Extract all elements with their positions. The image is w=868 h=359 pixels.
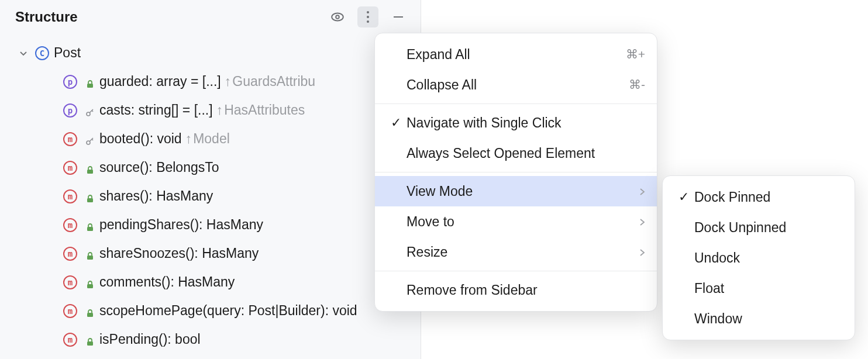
menu-always-select-opened[interactable]: Always Select Opened Element xyxy=(375,138,657,168)
tree-member-row[interactable]: m source(): BelongsTo xyxy=(0,153,421,182)
menu-label: Collapse All xyxy=(407,77,619,93)
menu-label: Dock Pinned xyxy=(694,189,843,205)
options-icon[interactable] xyxy=(357,6,378,27)
tree-member-row[interactable]: p guarded: array = [...] ↑GuardsAttribu xyxy=(0,67,421,96)
show-toolbar-icon[interactable] xyxy=(327,6,348,27)
svg-rect-14 xyxy=(87,198,93,202)
tree-member-row[interactable]: m shares(): HasMany xyxy=(0,182,421,210)
method-icon: m xyxy=(63,218,77,232)
svg-line-12 xyxy=(92,139,93,140)
member-label: isPending(): bool xyxy=(99,332,201,347)
method-icon: m xyxy=(63,304,77,318)
key-icon xyxy=(85,134,95,144)
property-icon: p xyxy=(63,75,77,89)
menu-separator xyxy=(375,103,657,104)
menu-collapse-all[interactable]: Collapse All ⌘- xyxy=(375,70,657,100)
svg-rect-19 xyxy=(87,341,93,346)
class-icon: C xyxy=(35,46,49,60)
header-icon-group xyxy=(327,6,409,27)
inherit-label: ↑HasAttributes xyxy=(216,102,305,118)
view-mode-submenu: ✓ Dock Pinned Dock Unpinned Undock Float… xyxy=(662,175,855,340)
panel-title: Structure xyxy=(15,9,327,25)
menu-expand-all[interactable]: Expand All ⌘+ xyxy=(375,39,657,70)
chevron-down-icon[interactable] xyxy=(18,49,29,57)
lock-icon xyxy=(85,278,95,287)
options-menu: Expand All ⌘+ Collapse All ⌘- ✓ Navigate… xyxy=(374,33,657,312)
member-label: guarded: array = [...] xyxy=(99,74,221,89)
submenu-undock[interactable]: Undock xyxy=(663,243,855,273)
inherit-label: ↑Model xyxy=(185,131,230,147)
menu-remove-from-sidebar[interactable]: Remove from Sidebar xyxy=(375,275,657,305)
svg-point-4 xyxy=(367,20,369,23)
member-label: casts: string[] = [...] xyxy=(99,102,213,118)
inherit-label: ↑GuardsAttribu xyxy=(225,74,315,89)
method-icon: m xyxy=(63,333,77,347)
lock-icon xyxy=(85,163,95,172)
menu-label: Resize xyxy=(407,244,633,260)
member-label: scopeHomePage(query: Post|Builder): void xyxy=(99,303,357,319)
svg-point-3 xyxy=(367,16,369,18)
member-label: shares(): HasMany xyxy=(99,188,213,204)
method-icon: m xyxy=(63,161,77,175)
member-label: source(): BelongsTo xyxy=(99,160,219,175)
menu-label: Remove from Sidebar xyxy=(407,282,645,298)
lock-icon xyxy=(85,77,95,87)
method-icon: m xyxy=(63,247,77,261)
lock-icon xyxy=(85,335,95,344)
svg-point-0 xyxy=(332,13,343,21)
submenu-float[interactable]: Float xyxy=(663,273,855,303)
menu-label: Always Select Opened Element xyxy=(407,146,645,161)
menu-separator xyxy=(375,172,657,172)
tree-root-row[interactable]: C Post xyxy=(0,39,421,67)
submenu-dock-pinned[interactable]: ✓ Dock Pinned xyxy=(663,182,855,212)
menu-view-mode[interactable]: View Mode xyxy=(375,176,657,206)
key-icon xyxy=(85,106,95,115)
menu-label: Window xyxy=(694,311,843,327)
structure-tree: C Post p guarded: array = [...] ↑GuardsA… xyxy=(0,34,421,354)
chevron-right-icon xyxy=(639,184,645,199)
tree-member-row[interactable]: p casts: string[] = [...] ↑HasAttributes xyxy=(0,96,421,125)
method-icon: m xyxy=(63,132,77,146)
member-label: comments(): HasMany xyxy=(99,274,235,290)
lock-icon xyxy=(85,249,95,258)
tree-root-label: Post xyxy=(54,45,81,61)
submenu-window[interactable]: Window xyxy=(663,303,855,334)
svg-rect-13 xyxy=(87,170,93,174)
chevron-right-icon xyxy=(639,244,645,260)
submenu-dock-unpinned[interactable]: Dock Unpinned xyxy=(663,212,855,243)
tree-member-row[interactable]: m pendingShares(): HasMany xyxy=(0,210,421,239)
lock-icon xyxy=(85,192,95,201)
lock-icon xyxy=(85,306,95,316)
menu-label: Navigate with Single Click xyxy=(407,115,645,131)
menu-resize[interactable]: Resize xyxy=(375,237,657,267)
tree-member-row[interactable]: m scopeHomePage(query: Post|Builder): vo… xyxy=(0,296,421,325)
shortcut-label: ⌘- xyxy=(629,78,645,92)
menu-label: View Mode xyxy=(407,184,633,199)
method-icon: m xyxy=(63,275,77,289)
tree-member-row[interactable]: m shareSnoozes(): HasMany xyxy=(0,239,421,268)
member-label: booted(): void xyxy=(99,131,182,147)
svg-rect-18 xyxy=(87,313,93,317)
menu-move-to[interactable]: Move to xyxy=(375,206,657,237)
structure-panel: Structure C Post p xyxy=(0,0,421,359)
svg-point-2 xyxy=(367,11,369,13)
chevron-right-icon xyxy=(639,214,645,230)
check-icon: ✓ xyxy=(673,189,694,205)
svg-rect-17 xyxy=(87,284,93,288)
tree-member-row[interactable]: m booted(): void ↑Model xyxy=(0,125,421,153)
tree-member-row[interactable]: m isPending(): bool xyxy=(0,325,421,354)
menu-label: Dock Unpinned xyxy=(694,220,843,236)
svg-rect-15 xyxy=(87,227,93,231)
svg-rect-6 xyxy=(87,84,93,88)
method-icon: m xyxy=(63,189,77,203)
member-label: pendingShares(): HasMany xyxy=(99,217,263,233)
minimize-icon[interactable] xyxy=(388,6,409,27)
menu-label: Undock xyxy=(694,250,843,266)
svg-rect-16 xyxy=(87,256,93,260)
tree-member-row[interactable]: m comments(): HasMany xyxy=(0,268,421,296)
menu-separator xyxy=(375,271,657,271)
svg-line-9 xyxy=(92,111,93,112)
lock-icon xyxy=(85,220,95,230)
menu-navigate-single-click[interactable]: ✓ Navigate with Single Click xyxy=(375,108,657,138)
panel-header: Structure xyxy=(0,0,421,34)
